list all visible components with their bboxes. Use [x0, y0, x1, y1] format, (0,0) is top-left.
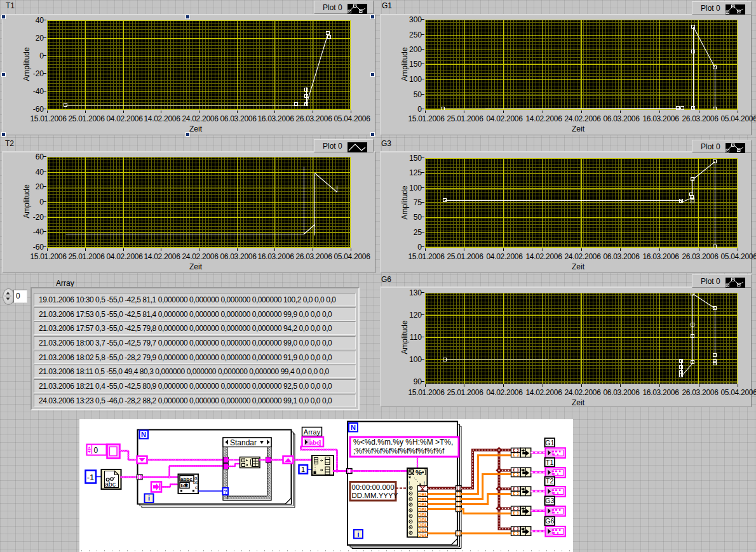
svg-text:abbc: abbc [180, 476, 192, 482]
svg-text:abc: abc [309, 439, 320, 446]
svg-text:N: N [351, 424, 356, 431]
svg-text:!: ! [424, 480, 425, 486]
svg-text:-1: -1 [87, 473, 95, 482]
svg-text:abc: abc [105, 480, 116, 488]
svg-text:G3: G3 [545, 497, 555, 504]
svg-text:c: c [195, 485, 198, 490]
svg-text:G1: G1 [545, 439, 555, 447]
svg-text:!: ! [408, 480, 410, 486]
svg-text:Standar: Standar [230, 438, 257, 447]
svg-text:;%f%f%f%f%f%f%f%f%f%f: ;%f%f%f%f%f%f%f%f%f%f [353, 447, 445, 455]
svg-text:N: N [141, 431, 146, 438]
svg-text:T1: T1 [546, 459, 554, 466]
svg-text:bb: bb [193, 480, 198, 485]
svg-text:T2: T2 [546, 477, 554, 485]
svg-text:b✱: b✱ [181, 483, 189, 488]
svg-text:i: i [357, 530, 359, 538]
svg-text:DD.MM.YYYY: DD.MM.YYYY [352, 492, 398, 499]
svg-text:0: 0 [94, 446, 98, 455]
svg-text:1: 1 [301, 466, 305, 473]
svg-text:00:00:00.000: 00:00:00.000 [352, 483, 395, 491]
svg-text:?: ? [224, 488, 227, 495]
svg-text:G6: G6 [545, 517, 555, 525]
svg-text:i: i [148, 494, 150, 502]
svg-text:Array: Array [304, 428, 321, 436]
svg-text:]: ] [319, 439, 321, 446]
svg-text:%<%d.%m.%y %H:%M >T%,: %<%d.%m.%y %H:%M >T%, [353, 438, 453, 447]
svg-text:DBL: DBL [418, 532, 428, 538]
